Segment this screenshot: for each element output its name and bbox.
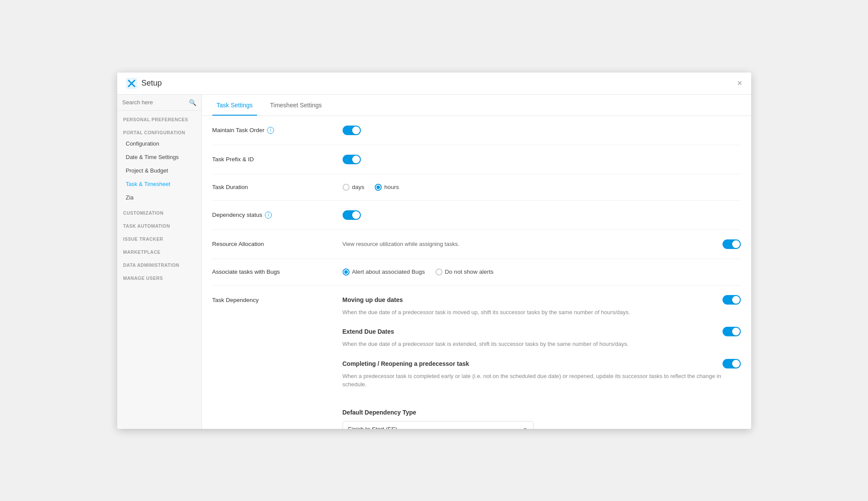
associate-bugs-radio-group: Alert about associated Bugs Do not show … — [343, 269, 494, 275]
dependency-moving-up-desc: When the due date of a predecessor task … — [343, 308, 741, 317]
resource-allocation-label: Resource Allocation — [212, 241, 334, 247]
sidebar-item-datetime[interactable]: Date & Time Settings — [117, 150, 201, 164]
maintain-task-order-toggle[interactable] — [343, 126, 361, 135]
dependency-moving-up-title: Moving up due dates — [343, 296, 403, 303]
task-duration-radio-group: days hours — [343, 184, 399, 191]
sidebar-item-task-timesheet[interactable]: Task & Timesheet — [117, 177, 201, 191]
associate-bugs-alert-radio[interactable] — [343, 269, 350, 275]
default-dependency-type-section: Default Dependency Type Finish to Start … — [343, 399, 741, 429]
task-duration-hours[interactable]: hours — [375, 184, 399, 191]
sidebar-section-task-automation: TASK AUTOMATION — [117, 217, 201, 230]
dependency-type-dropdown[interactable]: Finish to Start (FS) ▼ — [343, 421, 534, 429]
setting-task-duration: Task Duration days hours — [212, 174, 741, 201]
modal-body: 🔍 PERSONAL PREFERENCES PORTAL CONFIGURAT… — [117, 95, 751, 429]
task-prefix-id-label: Task Prefix & ID — [212, 156, 334, 163]
sidebar-item-zia[interactable]: Zia — [117, 191, 201, 204]
search-input[interactable] — [122, 99, 186, 106]
dependency-item-moving-up: Moving up due dates When the due date of… — [343, 295, 741, 317]
dependency-status-control — [343, 210, 741, 220]
associate-bugs-control: Alert about associated Bugs Do not show … — [343, 269, 741, 275]
task-duration-hours-label: hours — [384, 184, 399, 190]
task-dependency-label: Task Dependency — [212, 295, 334, 429]
associate-bugs-no-alert-radio[interactable] — [436, 269, 442, 275]
tabs-container: Task Settings Timesheet Settings — [202, 95, 751, 116]
task-duration-days[interactable]: days — [343, 184, 365, 191]
setting-resource-allocation: Resource Allocation View resource utiliz… — [212, 230, 741, 259]
task-duration-days-label: days — [352, 184, 365, 190]
associate-bugs-alert[interactable]: Alert about associated Bugs — [343, 269, 425, 275]
main-content: Task Settings Timesheet Settings Maintai… — [202, 95, 751, 429]
dependency-extend-due-toggle[interactable] — [723, 327, 741, 336]
associate-bugs-no-alert[interactable]: Do not show alerts — [436, 269, 494, 275]
task-duration-label: Task Duration — [212, 184, 334, 190]
modal-header: Setup × — [117, 73, 751, 95]
dependency-completing-title: Completing / Reopening a predecessor tas… — [343, 360, 469, 367]
sidebar-item-configuration[interactable]: Configuration — [117, 137, 201, 150]
dependency-completing-desc: When a predecessor task is completed ear… — [343, 372, 741, 389]
task-prefix-id-control — [343, 155, 741, 164]
associate-bugs-label: Associate tasks with Bugs — [212, 269, 334, 275]
chevron-down-icon: ▼ — [523, 426, 528, 429]
sidebar-section-marketplace: MARKETPLACE — [117, 243, 201, 256]
header-left: Setup — [126, 78, 162, 89]
dependency-item-extend-due: Extend Due Dates When the due date of a … — [343, 327, 741, 348]
sidebar-section-personal: PERSONAL PREFERENCES — [117, 111, 201, 124]
resource-allocation-control: View resource utilization while assignin… — [343, 239, 741, 249]
resource-allocation-desc: View resource utilization while assignin… — [343, 241, 716, 247]
close-button[interactable]: × — [737, 78, 743, 88]
task-duration-control: days hours — [343, 184, 741, 191]
tab-timesheet-settings[interactable]: Timesheet Settings — [266, 95, 326, 116]
dependency-item-completing: Completing / Reopening a predecessor tas… — [343, 359, 741, 389]
dependency-item-moving-up-header: Moving up due dates — [343, 295, 741, 305]
maintain-task-order-label: Maintain Task Order i — [212, 127, 334, 134]
maintain-task-order-info-icon[interactable]: i — [267, 127, 274, 134]
settings-content: Maintain Task Order i Task Prefix & ID — [202, 116, 751, 429]
associate-bugs-alert-label: Alert about associated Bugs — [352, 269, 425, 275]
setting-maintain-task-order: Maintain Task Order i — [212, 116, 741, 145]
associate-bugs-no-alert-label: Do not show alerts — [445, 269, 494, 275]
sidebar-section-portal: PORTAL CONFIGURATION — [117, 124, 201, 137]
sidebar-item-project-budget[interactable]: Project & Budget — [117, 164, 201, 177]
task-dependency-content: Moving up due dates When the due date of… — [343, 295, 741, 429]
modal-title: Setup — [142, 79, 162, 88]
task-duration-days-radio[interactable] — [343, 184, 350, 191]
dependency-status-info-icon[interactable]: i — [265, 212, 272, 219]
sidebar-section-customization: CUSTOMIZATION — [117, 204, 201, 217]
dependency-item-completing-header: Completing / Reopening a predecessor tas… — [343, 359, 741, 368]
dependency-item-extend-due-header: Extend Due Dates — [343, 327, 741, 336]
dependency-completing-toggle[interactable] — [723, 359, 741, 368]
setting-task-dependency: Task Dependency Moving up due dates When… — [212, 285, 741, 429]
dependency-extend-due-title: Extend Due Dates — [343, 328, 394, 335]
dependency-moving-up-toggle[interactable] — [723, 295, 741, 305]
dependency-type-selected: Finish to Start (FS) — [348, 426, 397, 429]
setting-task-prefix-id: Task Prefix & ID — [212, 145, 741, 174]
sidebar-section-manage-users: MANAGE USERS — [117, 269, 201, 282]
task-prefix-id-toggle[interactable] — [343, 155, 361, 164]
dependency-status-label: Dependency status i — [212, 212, 334, 219]
search-icon: 🔍 — [189, 99, 196, 106]
dependency-extend-due-desc: When the due date of a predecessor task … — [343, 340, 741, 348]
tab-task-settings[interactable]: Task Settings — [212, 95, 257, 116]
task-duration-hours-radio[interactable] — [375, 184, 382, 191]
default-dependency-type-label: Default Dependency Type — [343, 409, 741, 416]
search-container: 🔍 — [117, 95, 201, 111]
setting-associate-bugs: Associate tasks with Bugs Alert about as… — [212, 259, 741, 285]
sidebar: 🔍 PERSONAL PREFERENCES PORTAL CONFIGURAT… — [117, 95, 202, 429]
dependency-status-toggle[interactable] — [343, 210, 361, 220]
maintain-task-order-control — [343, 126, 741, 135]
app-logo — [126, 78, 137, 89]
sidebar-section-issue-tracker: ISSUE TRACKER — [117, 230, 201, 243]
resource-allocation-toggle[interactable] — [723, 239, 741, 249]
setting-dependency-status: Dependency status i — [212, 201, 741, 230]
setup-modal: Setup × 🔍 PERSONAL PREFERENCES PORTAL CO… — [117, 73, 751, 429]
sidebar-section-data-admin: DATA ADMINISTRATION — [117, 256, 201, 269]
